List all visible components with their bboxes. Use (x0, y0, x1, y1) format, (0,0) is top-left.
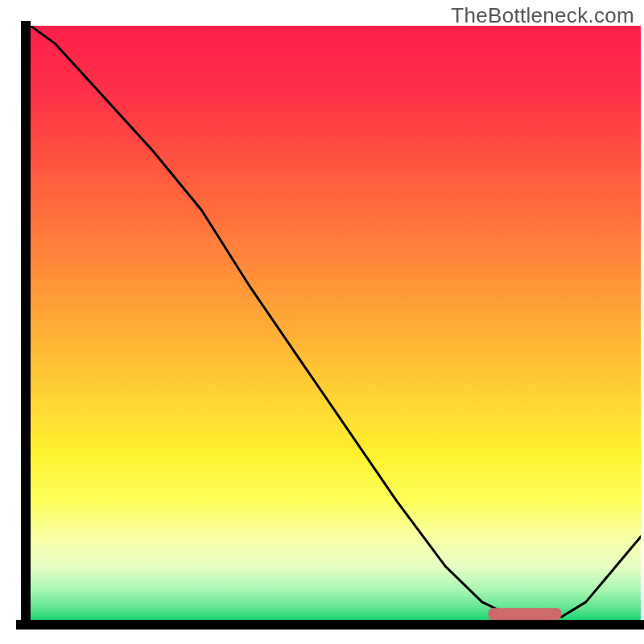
chart-container: TheBottleneck.com (0, 0, 644, 644)
plot-background-gradient (31, 26, 641, 620)
optimal-region-marker (489, 608, 562, 620)
watermark-label: TheBottleneck.com (451, 3, 634, 28)
bottleneck-chart (0, 0, 644, 644)
